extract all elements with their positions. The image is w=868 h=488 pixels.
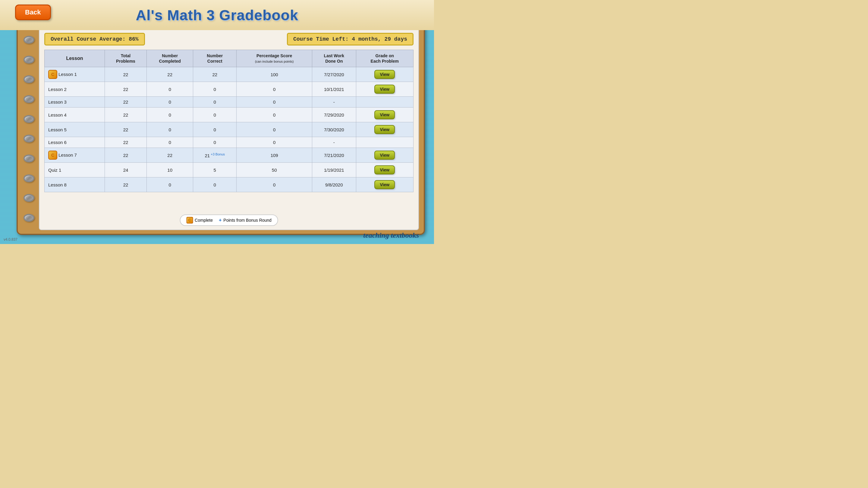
- table-row: Lesson 8220009/8/2020View: [44, 177, 413, 192]
- cell-percentage-score: 100: [237, 67, 312, 82]
- spiral-ring: [24, 56, 34, 64]
- grade-table: Lesson TotalProblems NumberCompleted Num…: [44, 50, 413, 192]
- cell-total-problems: 22: [104, 67, 147, 82]
- cell-last-work-date: -: [312, 97, 356, 107]
- table-row: Quiz 124105501/19/2021View: [44, 163, 413, 177]
- legend-complete: C Complete: [186, 217, 213, 224]
- view-button[interactable]: View: [374, 165, 395, 174]
- cell-number-correct: 0: [193, 82, 237, 97]
- cell-grade-each-problem: View: [356, 163, 413, 177]
- table-row: Lesson 5220007/30/2020View: [44, 122, 413, 137]
- cell-lesson-name: Lesson 3: [44, 97, 105, 107]
- legend-bonus: + Points from Bonus Round: [219, 218, 272, 223]
- spiral-ring: [24, 174, 34, 182]
- cell-number-correct: 0: [193, 177, 237, 192]
- cell-total-problems: 22: [104, 137, 147, 148]
- cell-total-problems: 22: [104, 148, 147, 163]
- cell-last-work-date: 10/1/2021: [312, 82, 356, 97]
- cell-number-correct: 0: [193, 137, 237, 148]
- view-button[interactable]: View: [374, 180, 395, 189]
- complete-icon: C: [48, 151, 57, 160]
- cell-grade-each-problem: View: [356, 177, 413, 192]
- cell-grade-each-problem: View: [356, 67, 413, 82]
- lesson-name: Lesson 8: [48, 182, 67, 187]
- lesson-name: Lesson 3: [48, 99, 67, 104]
- lesson-name: Lesson 2: [48, 87, 67, 92]
- cell-total-problems: 22: [104, 122, 147, 137]
- cell-percentage-score: 0: [237, 107, 312, 122]
- cell-number-completed: 0: [147, 122, 193, 137]
- cell-lesson-name: Lesson 2: [44, 82, 105, 97]
- cell-percentage-score: 0: [237, 97, 312, 107]
- lesson-name: Lesson 7: [59, 153, 77, 158]
- cell-total-problems: 22: [104, 82, 147, 97]
- cell-percentage-score: 0: [237, 137, 312, 148]
- table-header-row: Lesson TotalProblems NumberCompleted Num…: [44, 50, 413, 67]
- cell-number-completed: 0: [147, 137, 193, 148]
- legend-bar: C Complete + Points from Bonus Round: [180, 215, 278, 226]
- cell-lesson-name: Quiz 1: [44, 163, 105, 177]
- cell-lesson-name: Lesson 6: [44, 137, 105, 148]
- cell-number-correct: 5: [193, 163, 237, 177]
- view-button[interactable]: View: [374, 151, 395, 160]
- notebook-container: Overall Course Average: 86% Course Time …: [17, 23, 425, 235]
- cell-grade-each-problem: View: [356, 148, 413, 163]
- cell-number-completed: 22: [147, 148, 193, 163]
- lesson-name: Lesson 6: [48, 140, 67, 145]
- time-left-box: Course Time Left: 4 months, 29 days: [287, 33, 413, 45]
- cell-grade-each-problem: [356, 137, 413, 148]
- lesson-name: Lesson 1: [59, 72, 77, 77]
- lesson-name: Lesson 5: [48, 127, 67, 132]
- brand-label: teaching textbooks: [363, 231, 419, 239]
- spiral-ring: [24, 194, 34, 202]
- spiral-ring: [24, 75, 34, 83]
- overall-average-box: Overall Course Average: 86%: [44, 33, 145, 45]
- spiral-ring: [24, 155, 34, 162]
- cell-grade-each-problem: View: [356, 82, 413, 97]
- stats-bar: Overall Course Average: 86% Course Time …: [44, 33, 413, 45]
- cell-last-work-date: -: [312, 137, 356, 148]
- cell-grade-each-problem: View: [356, 107, 413, 122]
- table-row: Lesson 4220007/29/2020View: [44, 107, 413, 122]
- cell-last-work-date: 7/30/2020: [312, 122, 356, 137]
- cell-lesson-name: CLesson 7: [44, 148, 105, 163]
- cell-total-problems: 22: [104, 107, 147, 122]
- view-button[interactable]: View: [374, 70, 395, 79]
- cell-number-completed: 0: [147, 177, 193, 192]
- cell-last-work-date: 9/8/2020: [312, 177, 356, 192]
- header-bar: Back Al's Math 3 Gradebook: [0, 0, 434, 30]
- complete-c-icon: C: [186, 217, 193, 224]
- cell-total-problems: 24: [104, 163, 147, 177]
- view-button[interactable]: View: [374, 125, 395, 134]
- legend-complete-label: Complete: [195, 218, 213, 223]
- view-button[interactable]: View: [374, 110, 395, 119]
- col-header-lesson: Lesson: [44, 50, 105, 67]
- view-button[interactable]: View: [374, 85, 395, 94]
- cell-last-work-date: 1/19/2021: [312, 163, 356, 177]
- bonus-text: +3 Bonus: [210, 153, 225, 156]
- cell-grade-each-problem: View: [356, 122, 413, 137]
- cell-number-completed: 10: [147, 163, 193, 177]
- table-row: Lesson 622000-: [44, 137, 413, 148]
- spiral-ring: [24, 115, 34, 123]
- cell-number-completed: 0: [147, 97, 193, 107]
- cell-lesson-name: Lesson 5: [44, 122, 105, 137]
- back-button[interactable]: Back: [15, 4, 51, 20]
- spiral-ring: [24, 214, 34, 222]
- table-row: CLesson 7222221 +3 Bonus1097/21/2020View: [44, 148, 413, 163]
- table-row: Lesson 22200010/1/2021View: [44, 82, 413, 97]
- notebook-inner: Overall Course Average: 86% Course Time …: [39, 27, 419, 230]
- spiral-ring: [24, 95, 34, 103]
- cell-number-correct: 0: [193, 122, 237, 137]
- cell-percentage-score: 0: [237, 82, 312, 97]
- cell-number-completed: 0: [147, 107, 193, 122]
- spiral-ring: [24, 36, 34, 44]
- lesson-name: Lesson 4: [48, 112, 67, 118]
- col-header-number-completed: NumberCompleted: [147, 50, 193, 67]
- col-header-last-work: Last WorkDone On: [312, 50, 356, 67]
- col-header-percentage-score: Percentage Score(can include bonus point…: [237, 50, 312, 67]
- col-header-grade-each-problem: Grade onEach Problem: [356, 50, 413, 67]
- cell-percentage-score: 0: [237, 122, 312, 137]
- cell-last-work-date: 7/29/2020: [312, 107, 356, 122]
- col-header-number-correct: NumberCorrect: [193, 50, 237, 67]
